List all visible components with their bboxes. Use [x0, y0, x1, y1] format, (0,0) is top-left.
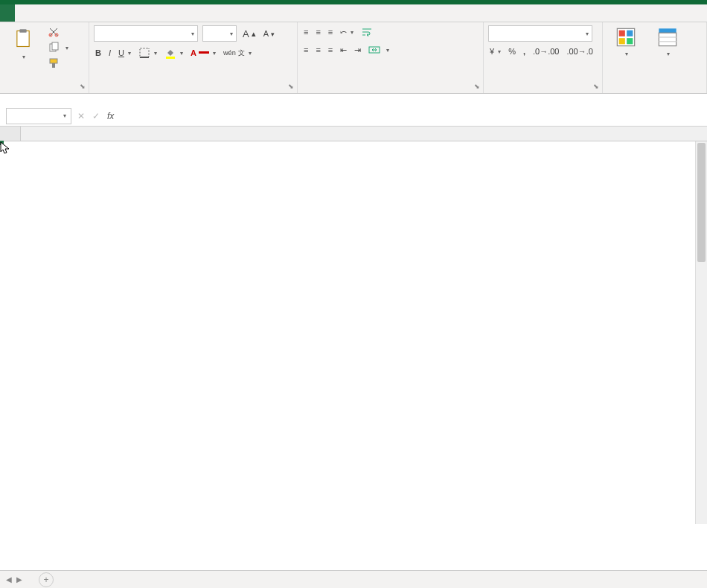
- align-right-button[interactable]: ≡: [327, 45, 334, 55]
- font-size-select[interactable]: ▾: [202, 25, 237, 42]
- svg-rect-5: [52, 42, 58, 50]
- format-table-button[interactable]: ▾: [649, 25, 686, 59]
- enter-formula-icon[interactable]: ✓: [92, 111, 100, 121]
- decrease-decimal-button[interactable]: .00→.0: [565, 46, 594, 57]
- font-launcher[interactable]: ⬊: [287, 83, 295, 92]
- increase-font-button[interactable]: A▴: [241, 28, 257, 40]
- sheet-nav-prev[interactable]: ◀: [6, 575, 12, 584]
- bold-button[interactable]: B: [94, 48, 103, 58]
- add-sheet-button[interactable]: +: [39, 572, 54, 587]
- select-all-corner[interactable]: [0, 127, 21, 141]
- format-painter-button[interactable]: [46, 57, 70, 70]
- orientation-button[interactable]: ⤺▾: [339, 27, 355, 38]
- number-launcher[interactable]: ⬊: [592, 83, 601, 92]
- align-center-button[interactable]: ≡: [314, 45, 321, 55]
- svg-rect-17: [627, 38, 633, 44]
- group-label-number: [488, 80, 598, 92]
- increase-decimal-button[interactable]: .0→.00: [531, 46, 560, 57]
- name-box[interactable]: ▾: [6, 108, 71, 124]
- menu-bar: [0, 4, 707, 22]
- worksheet[interactable]: [0, 127, 707, 542]
- svg-rect-8: [140, 48, 149, 57]
- decrease-font-button[interactable]: A▾: [262, 28, 276, 39]
- svg-rect-11: [199, 51, 209, 54]
- svg-rect-0: [17, 31, 29, 47]
- border-button[interactable]: ▾: [137, 46, 159, 60]
- group-label-clipboard: [4, 80, 84, 92]
- formula-input[interactable]: [120, 108, 701, 124]
- paste-button[interactable]: ▾: [4, 25, 42, 62]
- align-left-button[interactable]: ≡: [302, 45, 310, 55]
- italic-button[interactable]: I: [107, 48, 112, 58]
- decrease-indent-button[interactable]: ⇤: [339, 45, 348, 56]
- cancel-formula-icon[interactable]: ✕: [77, 111, 85, 121]
- svg-rect-7: [52, 63, 55, 68]
- group-label-font: [94, 80, 292, 92]
- svg-rect-14: [619, 31, 625, 36]
- cut-button[interactable]: [46, 25, 70, 39]
- copy-button[interactable]: ▾: [46, 41, 70, 54]
- wrap-text-button[interactable]: [359, 25, 377, 39]
- underline-button[interactable]: U▾: [117, 48, 132, 58]
- svg-rect-15: [627, 31, 633, 36]
- conditional-format-button[interactable]: ▾: [607, 25, 644, 59]
- group-label-align: [302, 80, 479, 92]
- font-color-button[interactable]: A▾: [189, 48, 217, 58]
- font-name-select[interactable]: ▾: [94, 25, 198, 42]
- ribbon: ▾ ▾ ⬊ ▾ ▾ A▴ A▾ B I U▾ ▾ ▾: [0, 22, 707, 94]
- svg-rect-19: [659, 33, 676, 45]
- align-top-button[interactable]: ≡: [302, 27, 310, 37]
- tab-file[interactable]: [0, 4, 15, 22]
- formula-bar: ▾ ✕ ✓ fx: [0, 106, 707, 127]
- increase-indent-button[interactable]: ⇥: [353, 45, 362, 56]
- sheet-nav-next[interactable]: ▶: [16, 575, 22, 584]
- vertical-scrollbar[interactable]: [695, 141, 707, 524]
- group-label-styles: [607, 80, 702, 92]
- fill-color-button[interactable]: ▾: [163, 46, 185, 60]
- svg-rect-18: [659, 28, 676, 33]
- number-format-select[interactable]: ▾: [488, 25, 592, 42]
- currency-button[interactable]: ¥▾: [488, 46, 502, 57]
- sheet-tabs-bar: ◀ ▶ +: [0, 570, 707, 588]
- svg-rect-6: [50, 59, 57, 63]
- svg-rect-16: [619, 38, 625, 44]
- clipboard-launcher[interactable]: ⬊: [78, 83, 87, 92]
- fx-icon[interactable]: fx: [107, 111, 114, 121]
- align-bottom-button[interactable]: ≡: [327, 27, 334, 37]
- svg-rect-10: [166, 57, 175, 59]
- align-middle-button[interactable]: ≡: [314, 27, 321, 37]
- svg-rect-1: [19, 29, 26, 33]
- comma-button[interactable]: ,: [522, 46, 527, 57]
- phonetic-button[interactable]: wén文▾: [222, 48, 253, 59]
- percent-button[interactable]: %: [507, 46, 517, 57]
- align-launcher[interactable]: ⬊: [473, 83, 482, 92]
- merge-center-button[interactable]: ▾: [367, 43, 391, 57]
